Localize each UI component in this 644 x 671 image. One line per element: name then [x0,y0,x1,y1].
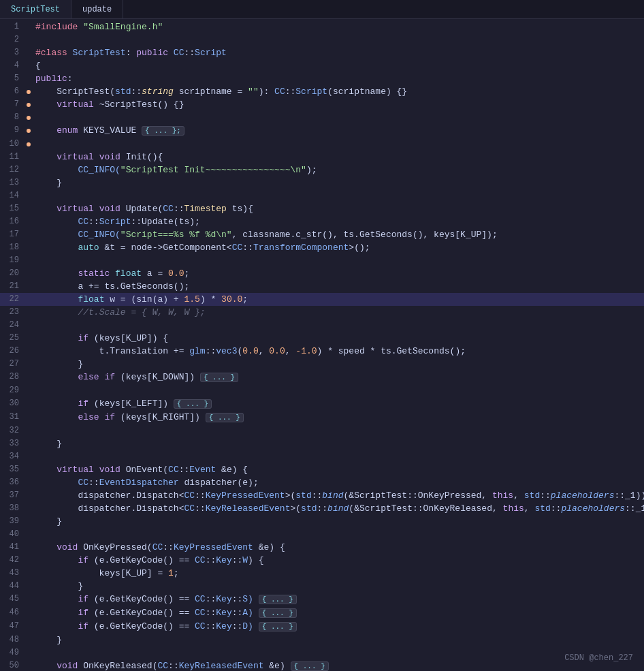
code-content[interactable]: enum KEYS_VALUE { ... }; [33,124,644,138]
code-content[interactable]: } [33,634,644,646]
token: if [104,372,115,382]
code-content[interactable]: ScriptTest(std::string scriptname = ""):… [33,85,644,98]
code-content[interactable]: //t.Scale = { W, W, W }; [33,306,644,319]
code-content[interactable]: virtual void Update(CC::Timestep ts){ [33,202,644,215]
code-content[interactable] [33,189,644,202]
line-number: 40 [0,528,25,541]
code-content[interactable]: else if (keys[K_DOWN]) { ... } [33,371,644,384]
token: placeholders [551,490,615,501]
code-content[interactable]: CC_INFO("ScriptTest Init~~~~~~~~~~~~~~~~… [33,163,644,176]
token: -1.0 [295,346,317,356]
code-content[interactable]: virtual ~ScriptTest() {} [33,98,644,111]
code-line: 4{ [0,59,644,72]
code-content[interactable]: if (e.GetKeyCode() == CC::Key::D) { ... … [33,620,644,634]
code-content[interactable]: } [33,437,644,450]
code-content[interactable]: void OnKeyPressed(CC::KeyPressedEvent &e… [33,541,644,554]
line-number: 30 [0,397,25,411]
token: (e.GetKeyCode() == [88,621,195,631]
token [35,243,78,253]
token: :: [232,608,243,618]
code-content[interactable]: auto &t = node->GetComponent<CC::Transfo… [33,241,644,254]
token: if [104,412,115,422]
code-content[interactable]: if (e.GetKeyCode() == CC::Key::A) { ... … [33,606,644,620]
line-number: 47 [0,620,25,634]
token: CC [184,490,195,501]
token [35,478,78,488]
code-content[interactable]: static float a = 0.0; [33,267,644,280]
gutter [25,593,33,606]
line-number: 19 [0,254,25,267]
code-content[interactable] [33,33,644,46]
code-line: 50 void OnKeyReleased(CC::KeyReleasedEve… [0,659,644,671]
token: keys[K_UP] = [35,568,168,578]
code-content[interactable]: t.Translation += glm::vec3(0.0, 0.0, -1.… [33,345,644,358]
code-content[interactable]: if (keys[K_UP]) { [33,332,644,345]
token: bind [322,490,343,501]
code-content[interactable]: } [33,176,644,189]
token: { ... } [259,608,297,618]
code-content[interactable]: float w = (sin(a) + 1.5) * 30.0; [33,293,644,306]
code-line: 17 CC_INFO("Script===%s %f %d\n", classn… [0,228,644,241]
token: void [99,152,120,162]
code-content[interactable]: a += ts.GetSeconds(); [33,280,644,293]
code-content[interactable]: if (e.GetKeyCode() == CC::Key::W) { [33,554,644,567]
gutter [25,397,33,411]
code-content[interactable]: #class ScriptTest: public CC::Script [33,46,644,59]
code-line: 45 if (e.GetKeyCode() == CC::Key::S) { .… [0,593,644,606]
code-content[interactable]: } [33,358,644,371]
gutter [25,437,33,450]
token: ::Update(ts); [131,217,199,227]
code-content[interactable]: CC_INFO("Script===%s %f %d\n", classname… [33,228,644,241]
code-content[interactable] [33,450,644,463]
token: (&ScriptTest::OnKeyPressed, [344,490,492,501]
token: string [142,87,174,97]
code-content[interactable]: if (keys[K_LEFT]) { ... } [33,397,644,411]
code-content[interactable] [33,646,644,659]
code-content[interactable]: } [33,580,644,593]
line-number: 22 [0,293,25,306]
code-content[interactable] [33,254,644,267]
code-content[interactable]: #include "SmallEngine.h" [33,20,644,33]
code-content[interactable]: CC::Script::Update(ts); [33,215,644,228]
code-content[interactable]: keys[K_UP] = 1; [33,567,644,580]
tab-bar-right [636,0,644,18]
code-content[interactable] [33,138,644,151]
token [35,372,78,382]
code-content[interactable] [33,384,644,397]
gutter [25,554,33,567]
gutter [25,371,33,384]
token [35,594,78,604]
code-content[interactable] [33,319,644,332]
token: Update( [120,204,163,214]
token: float [78,294,104,305]
gutter [25,215,33,228]
tab-bar: ScriptTest update [0,0,644,19]
line-number: 31 [0,411,25,424]
gutter [25,228,33,241]
code-content[interactable]: virtual void OnEvent(CC::Event &e) { [33,463,644,476]
code-content[interactable] [33,528,644,541]
token: } [35,581,83,591]
code-content[interactable]: dispatcher.Dispatch<CC::KeyReleasedEvent… [33,502,644,515]
tab-scripttest[interactable]: ScriptTest [0,0,71,18]
code-line: 42 if (e.GetKeyCode() == CC::Key::W) { [0,554,644,567]
code-content[interactable]: } [33,515,644,528]
code-content[interactable] [33,111,644,124]
code-content[interactable]: if (e.GetKeyCode() == CC::Key::S) { ... … [33,593,644,606]
code-content[interactable]: void OnKeyReleased(CC::KeyReleasedEvent … [33,659,644,671]
token: S) [242,594,258,604]
code-content[interactable]: else if (keys[K_RIGHT]) { ... } [33,411,644,424]
token [35,204,57,214]
code-content[interactable]: CC::EventDispatcher dispatcher(e); [33,476,644,489]
code-content[interactable]: { [33,59,644,72]
token: &e) [264,661,291,671]
token: virtual [57,465,94,475]
code-content[interactable]: public: [33,72,644,85]
code-line: 6 ScriptTest(std::string scriptname = ""… [0,85,644,98]
tab-update[interactable]: update [71,0,123,18]
line-number: 9 [0,124,25,138]
token: Timestep [184,204,227,214]
code-content[interactable]: virtual void Init(){ [33,151,644,163]
code-content[interactable]: dispatcher.Dispatch<CC::KeyPressedEvent>… [33,489,644,502]
code-content[interactable] [33,424,644,437]
